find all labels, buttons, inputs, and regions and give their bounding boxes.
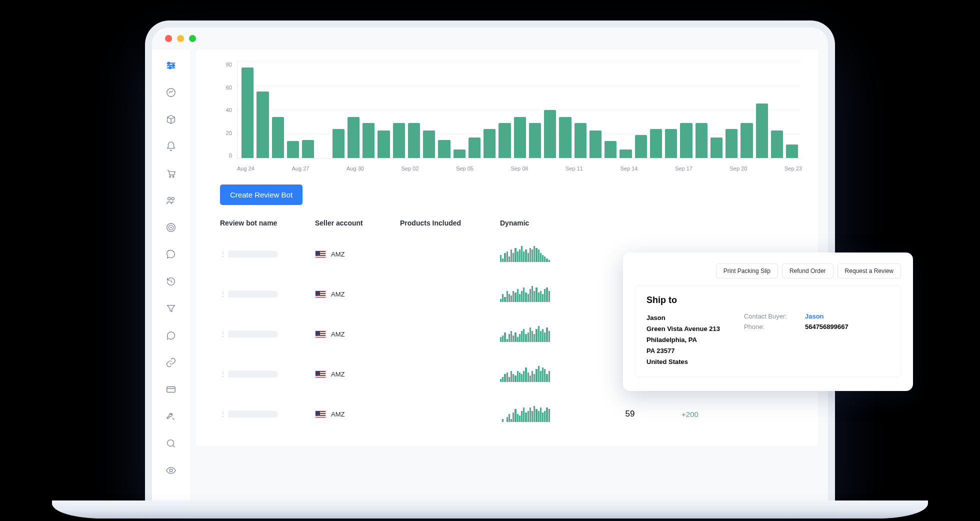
- col-seller: Seller account: [315, 219, 400, 227]
- seller-cell: AMZ: [315, 250, 400, 258]
- us-flag-icon: [315, 290, 326, 298]
- popup-actions: Print Packing Slip Refund Order Request …: [635, 264, 901, 278]
- laptop-base: [52, 500, 928, 518]
- chart-bar: [378, 130, 390, 158]
- chart-bar: [726, 129, 738, 158]
- table-header: Review bot name Seller account Products …: [220, 219, 802, 234]
- chart-bar: [242, 68, 254, 158]
- tool-icon[interactable]: [165, 410, 177, 422]
- chart-bar: [696, 123, 708, 158]
- us-flag-icon: [315, 370, 326, 378]
- chart-bar: [786, 144, 798, 158]
- chart-bar: [574, 123, 586, 158]
- card-icon[interactable]: [165, 384, 177, 396]
- col-dynamic: Dynamic: [500, 219, 600, 227]
- chart-bar: [740, 123, 752, 158]
- drag-handle-icon[interactable]: ⋮⋮: [220, 290, 224, 298]
- order-popup: Print Packing Slip Refund Order Request …: [623, 252, 913, 391]
- svg-point-5: [172, 176, 174, 178]
- chart-x-axis: Aug 24Aug 27Aug 30Sep 02Sep 05Sep 08Sep …: [237, 162, 802, 172]
- drag-handle-icon[interactable]: ⋮⋮: [220, 250, 224, 258]
- print-packing-slip-button[interactable]: Print Packing Slip: [716, 264, 778, 278]
- history-icon[interactable]: [165, 276, 177, 288]
- chat-icon[interactable]: [165, 248, 177, 260]
- svg-point-4: [170, 176, 171, 178]
- dynamic-sparkline: [500, 246, 550, 262]
- chart-bar: [680, 123, 692, 158]
- window-minimize-icon[interactable]: [177, 35, 184, 42]
- col-products: Products Included: [400, 219, 500, 227]
- bell-icon[interactable]: [165, 140, 177, 152]
- window-titlebar: [152, 28, 828, 50]
- svg-point-7: [172, 198, 174, 200]
- name-placeholder: [228, 250, 278, 258]
- chart-bar: [408, 123, 420, 158]
- dynamic-sparkline: [500, 406, 550, 422]
- chart-bar: [423, 130, 435, 158]
- chart-bar: [287, 141, 299, 158]
- chart-bar: [332, 129, 344, 158]
- svg-point-10: [170, 227, 172, 228]
- create-review-bot-button[interactable]: Create Review Bot: [220, 184, 302, 205]
- funnel-icon[interactable]: [165, 302, 177, 314]
- chart-bar: [256, 92, 268, 158]
- chart-bar: [604, 141, 616, 158]
- chart-bar: [544, 110, 556, 158]
- name-placeholder: [228, 410, 278, 418]
- box-icon[interactable]: [165, 114, 177, 126]
- name-placeholder: [228, 370, 278, 378]
- ship-to-title: Ship to: [646, 295, 890, 306]
- chart-bar: [650, 129, 662, 158]
- table-row[interactable]: ⋮⋮AMZ59+200: [220, 394, 802, 434]
- dynamic-sparkline: [500, 326, 550, 342]
- users-icon[interactable]: [165, 194, 177, 206]
- seller-cell: AMZ: [315, 290, 400, 298]
- drag-handle-icon[interactable]: ⋮⋮: [220, 370, 224, 378]
- dynamic-sparkline: [500, 366, 550, 382]
- contact-buyer-link[interactable]: Jason: [805, 312, 824, 320]
- name-placeholder: [228, 290, 278, 298]
- name-placeholder: [228, 330, 278, 338]
- refund-order-button[interactable]: Refund Order: [782, 264, 834, 278]
- col-name: Review bot name: [220, 219, 315, 227]
- seller-cell: AMZ: [315, 410, 400, 418]
- chart-bar: [620, 150, 632, 158]
- window-close-icon[interactable]: [165, 35, 172, 42]
- search-icon[interactable]: [165, 438, 177, 450]
- logo-icon[interactable]: [165, 60, 177, 72]
- seller-cell: AMZ: [315, 330, 400, 338]
- chart-bar: [756, 104, 768, 158]
- svg-point-0: [168, 62, 170, 64]
- svg-point-8: [167, 224, 176, 232]
- dashboard-icon[interactable]: [165, 86, 177, 98]
- phone-label: Phone:: [744, 323, 794, 330]
- chart-bar: [454, 150, 466, 158]
- count-value: 59: [600, 409, 660, 419]
- cart-icon[interactable]: [165, 168, 177, 180]
- chart-bar: [348, 117, 360, 158]
- chart-bar: [302, 140, 314, 158]
- link-icon[interactable]: [165, 356, 177, 368]
- eye-icon[interactable]: [165, 464, 177, 476]
- chart-bar: [529, 123, 541, 158]
- drag-handle-icon[interactable]: ⋮⋮: [220, 330, 224, 338]
- message-icon[interactable]: [165, 330, 177, 342]
- chart-bar: [498, 123, 510, 158]
- svg-point-12: [168, 440, 174, 446]
- chart-bar: [665, 129, 677, 158]
- chart-bar: [514, 117, 526, 158]
- us-flag-icon: [315, 330, 326, 338]
- chart-bar: [272, 117, 284, 158]
- target-icon[interactable]: [165, 222, 177, 234]
- chart-bar: [590, 130, 602, 158]
- window-maximize-icon[interactable]: [189, 35, 196, 42]
- chart-bar: [393, 123, 405, 158]
- sidebar: [152, 50, 190, 500]
- ship-address: Jason Green Vista Avenue 213 Philadelphi…: [646, 312, 720, 368]
- phone-value: 564756899667: [805, 323, 848, 330]
- drag-handle-icon[interactable]: ⋮⋮: [220, 410, 224, 418]
- chart-bar: [559, 117, 571, 158]
- svg-point-13: [170, 469, 172, 472]
- chart-bar: [771, 130, 783, 158]
- request-review-button[interactable]: Request a Review: [838, 264, 901, 278]
